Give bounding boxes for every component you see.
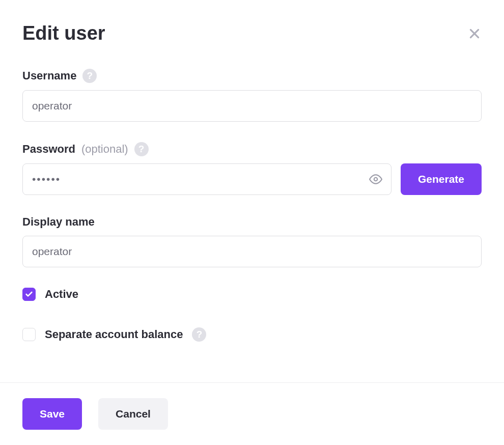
cancel-button[interactable]: Cancel (98, 398, 168, 430)
help-icon[interactable]: ? (82, 69, 97, 83)
eye-icon[interactable] (369, 173, 382, 186)
display-name-label: Display name (22, 215, 95, 229)
username-label: Username (22, 69, 76, 82)
username-input[interactable] (22, 90, 482, 122)
generate-button[interactable]: Generate (401, 163, 482, 195)
help-icon[interactable]: ? (134, 142, 149, 156)
password-hint: (optional) (81, 143, 128, 156)
save-button[interactable]: Save (22, 398, 82, 430)
separate-balance-checkbox[interactable] (22, 328, 36, 341)
display-name-input[interactable] (22, 236, 482, 267)
password-label: Password (22, 143, 75, 156)
dialog-title: Edit user (22, 22, 105, 44)
close-icon[interactable] (467, 26, 482, 41)
help-icon[interactable]: ? (192, 327, 206, 342)
separate-balance-label: Separate account balance (45, 328, 183, 341)
active-label: Active (45, 288, 78, 301)
active-checkbox[interactable] (22, 288, 36, 301)
dialog-header: Edit user (22, 22, 482, 44)
separate-balance-checkbox-row: Separate account balance ? (22, 327, 482, 342)
svg-point-2 (374, 178, 378, 181)
username-field-group: Username ? (22, 69, 482, 122)
display-name-field-group: Display name (22, 215, 482, 267)
edit-user-dialog: Edit user Username ? Password (optional)… (0, 0, 504, 342)
password-input[interactable] (22, 163, 391, 195)
password-field-group: Password (optional) ? Generate (22, 142, 482, 195)
active-checkbox-row: Active (22, 288, 482, 301)
dialog-footer: Save Cancel (0, 382, 504, 445)
